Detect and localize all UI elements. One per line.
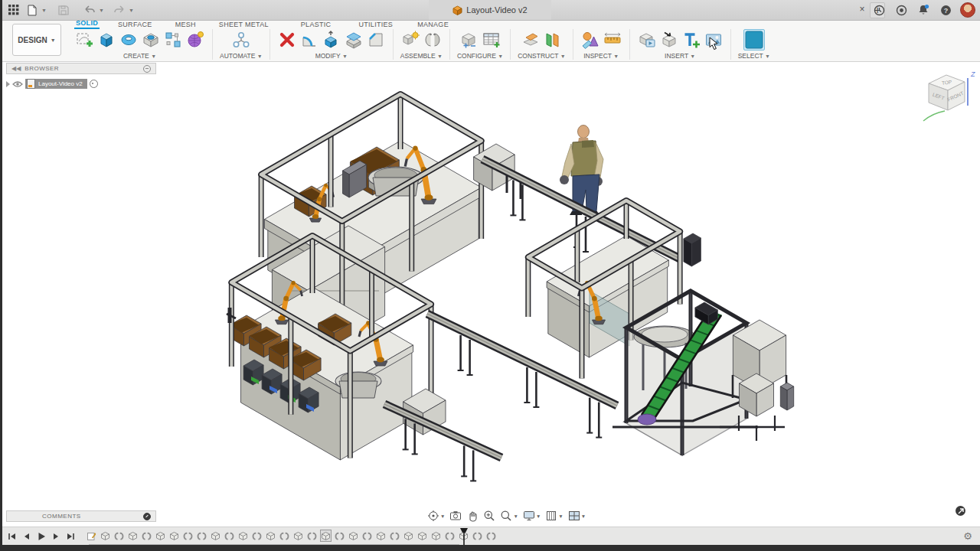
- feedback-icon[interactable]: [956, 506, 965, 516]
- tab-sheet-metal[interactable]: SHEET METAL: [217, 21, 270, 29]
- orbit-icon[interactable]: ▼: [427, 510, 445, 522]
- ribbon-group-label-construct[interactable]: CONSTRUCT ▼: [518, 52, 566, 60]
- tab-mesh[interactable]: MESH: [174, 21, 198, 29]
- timeline-feature-component[interactable]: [237, 530, 249, 542]
- timeline-feature-joint[interactable]: [182, 530, 194, 542]
- job-status-icon[interactable]: [871, 3, 887, 17]
- ribbon-group-label-assemble[interactable]: ASSEMBLE ▼: [400, 52, 443, 60]
- measure-icon[interactable]: [580, 30, 600, 50]
- ribbon-group-label-inspect[interactable]: INSPECT ▼: [583, 52, 619, 60]
- undo-icon[interactable]: [82, 3, 97, 17]
- timeline-feature-component[interactable]: [292, 530, 304, 542]
- zoom-icon[interactable]: [483, 510, 495, 522]
- press-pull-icon[interactable]: [322, 30, 341, 50]
- ruler-icon[interactable]: [603, 30, 622, 50]
- timeline-feature-joint[interactable]: [444, 530, 456, 542]
- revolve-icon[interactable]: [119, 30, 139, 50]
- timeline-position-marker[interactable]: [460, 528, 468, 545]
- close-tab-icon[interactable]: ×: [856, 3, 868, 15]
- pan-icon[interactable]: [466, 510, 479, 522]
- delete-icon[interactable]: [277, 30, 297, 50]
- timeline-feature-component[interactable]: [430, 530, 442, 542]
- comments-expand-icon[interactable]: [143, 513, 151, 520]
- configuration-icon[interactable]: [459, 30, 479, 50]
- timeline-feature-joint[interactable]: [334, 530, 345, 542]
- timeline-feature-component[interactable]: [210, 530, 221, 542]
- timeline-feature-component[interactable]: [127, 530, 139, 542]
- chamfer-icon[interactable]: [366, 30, 386, 50]
- browser-item-root[interactable]: Layout-Video v2: [25, 79, 87, 89]
- offset-plane-icon[interactable]: [543, 30, 563, 50]
- timeline-feature-component[interactable]: [375, 530, 387, 542]
- timeline-feature-joint[interactable]: [251, 530, 263, 542]
- ribbon-group-label-modify[interactable]: MODIFY ▼: [315, 52, 348, 60]
- document-tab[interactable]: Layout-Video v2: [429, 0, 551, 20]
- timeline-feature-component[interactable]: [403, 530, 414, 542]
- select-icon[interactable]: [743, 29, 765, 51]
- timeline-feature-joint[interactable]: [224, 530, 235, 542]
- timeline-feature-sketch[interactable]: [86, 530, 97, 542]
- timeline-feature-joint[interactable]: [113, 530, 125, 542]
- viewports-icon[interactable]: ▼: [568, 510, 586, 522]
- model-canvas[interactable]: [0, 61, 980, 513]
- tab-utilities[interactable]: UTILITIES: [357, 21, 394, 29]
- joint-icon[interactable]: [423, 30, 443, 50]
- fillet-icon[interactable]: [299, 30, 319, 50]
- tab-plastic[interactable]: PLASTIC: [299, 21, 333, 29]
- save-icon[interactable]: [56, 3, 71, 17]
- redo-icon[interactable]: [112, 3, 127, 17]
- construction-plane-icon[interactable]: [521, 30, 541, 50]
- timeline-settings-gear-icon[interactable]: ⚙: [963, 530, 972, 542]
- timeline-feature-joint[interactable]: [361, 530, 373, 542]
- app-grid-icon[interactable]: [6, 3, 21, 17]
- timeline-feature-joint[interactable]: [389, 530, 400, 542]
- insert-text-icon[interactable]: [681, 30, 701, 50]
- timeline-feature-component[interactable]: [416, 530, 428, 542]
- ribbon-group-label-create[interactable]: CREATE ▼: [123, 52, 156, 60]
- timeline-feature-component[interactable]: [320, 530, 332, 542]
- split-body-icon[interactable]: [344, 30, 364, 50]
- fit-icon[interactable]: ▼: [500, 510, 518, 522]
- step-forward-button[interactable]: [51, 532, 60, 542]
- timeline-feature-joint[interactable]: [306, 530, 318, 542]
- extensions-icon[interactable]: [893, 3, 909, 17]
- collapse-left-icon[interactable]: ◀◀: [11, 65, 21, 72]
- go-to-end-button[interactable]: [65, 532, 75, 542]
- workspace-selector[interactable]: DESIGN ▼: [12, 24, 61, 56]
- avatar[interactable]: [960, 2, 975, 18]
- extrude-icon[interactable]: [96, 30, 116, 50]
- step-back-button[interactable]: [21, 532, 31, 542]
- timeline-feature-joint[interactable]: [279, 530, 290, 542]
- tab-manage[interactable]: MANAGE: [416, 21, 450, 29]
- play-button[interactable]: [36, 532, 46, 542]
- timeline-feature-component[interactable]: [348, 530, 359, 542]
- browser-panel-header[interactable]: ◀◀ BROWSER: [6, 63, 156, 74]
- timeline-feature-joint[interactable]: [472, 530, 483, 542]
- file-menu-icon[interactable]: [24, 3, 40, 17]
- timeline-feature-component[interactable]: [168, 530, 180, 542]
- configuration-table-icon[interactable]: [482, 30, 501, 50]
- expand-arrow-icon[interactable]: [6, 81, 10, 87]
- ribbon-group-label-configure[interactable]: CONFIGURE ▼: [457, 52, 503, 60]
- redo-caret[interactable]: ▼: [129, 8, 134, 13]
- tab-solid[interactable]: SOLID: [74, 19, 100, 29]
- look-at-icon[interactable]: [449, 510, 462, 522]
- hole-icon[interactable]: [141, 30, 161, 50]
- insert-mesh-icon[interactable]: [659, 30, 679, 50]
- timeline-feature-component[interactable]: [155, 530, 166, 542]
- ribbon-group-label-automate[interactable]: AUTOMATE ▼: [220, 52, 263, 60]
- timeline-feature-component[interactable]: [100, 530, 111, 542]
- insert-derive-icon[interactable]: [637, 30, 657, 50]
- ribbon-group-label-insert[interactable]: INSERT ▼: [665, 52, 695, 60]
- timeline-feature-joint[interactable]: [485, 530, 497, 542]
- new-component-icon[interactable]: [400, 30, 420, 50]
- ribbon-group-label-select[interactable]: SELECT ▼: [738, 52, 770, 60]
- activate-component-icon[interactable]: [90, 80, 98, 88]
- panel-minimize-icon[interactable]: [143, 65, 151, 73]
- browser-root-row[interactable]: Layout-Video v2: [6, 79, 156, 89]
- visibility-eye-icon[interactable]: [12, 80, 23, 88]
- notifications-icon[interactable]: [916, 3, 931, 17]
- form-icon[interactable]: [185, 30, 205, 50]
- display-settings-icon[interactable]: ▼: [523, 510, 541, 522]
- grid-and-snaps-icon[interactable]: ▼: [545, 510, 563, 522]
